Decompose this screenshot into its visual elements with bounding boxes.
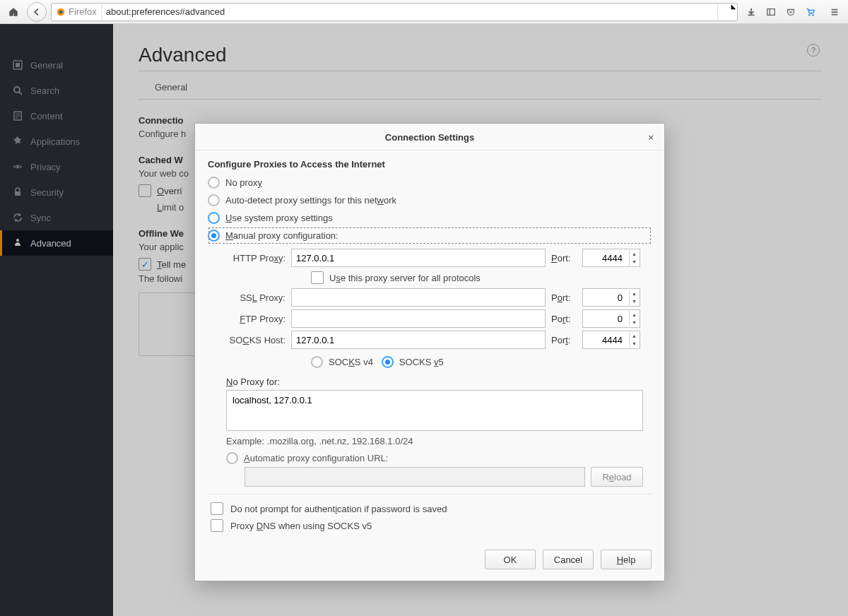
spin-down-icon[interactable]: ▼ (630, 340, 639, 348)
svg-rect-2 (767, 8, 775, 15)
radio-label: Manual proxy configuration: (225, 230, 338, 241)
ssl-proxy-port-input[interactable]: ▲▼ (582, 288, 640, 307)
pac-reload-button: Reload (591, 467, 643, 487)
radio-icon (311, 356, 323, 368)
ftp-proxy-label: FTP Proxy: (226, 314, 285, 324)
radio-no-proxy[interactable]: No proxy (208, 174, 652, 191)
no-proxy-example: Example: .mozilla.org, .net.nz, 192.168.… (226, 436, 652, 446)
socks-host-input[interactable] (291, 331, 546, 349)
radio-icon (208, 212, 220, 224)
pac-url-input (245, 467, 585, 487)
http-proxy-host-input[interactable] (291, 249, 546, 267)
radio-label: Auto-detect proxy settings for this netw… (225, 195, 396, 206)
use-proxy-for-all-checkbox[interactable]: Use this proxy server for all protocols (311, 271, 652, 284)
dialog-title-bar: Connection Settings × (195, 124, 664, 150)
spin-down-icon[interactable]: ▼ (630, 258, 639, 266)
no-proxy-label: No Proxy for: (226, 377, 652, 387)
radio-icon (208, 230, 220, 242)
socks-host-label: SOCKS Host: (226, 335, 285, 345)
no-prompt-label: Do not prompt for authentication if pass… (230, 504, 447, 514)
radio-system[interactable]: Use system proxy settings (208, 209, 652, 227)
dialog-title: Connection Settings (385, 132, 474, 143)
http-proxy-label: HTTP Proxy: (226, 253, 285, 263)
radio-icon (208, 177, 220, 189)
ssl-proxy-host-input[interactable] (291, 288, 546, 307)
checkbox-icon (311, 271, 324, 284)
svg-point-1 (59, 10, 62, 13)
spin-up-icon[interactable]: ▲ (630, 311, 639, 319)
url-bar[interactable]: Firefox about:preferences#advanced (51, 3, 738, 21)
radio-icon (226, 452, 238, 464)
http-proxy-port-input[interactable]: ▲▼ (582, 249, 640, 267)
radio-icon (208, 194, 220, 206)
radio-manual[interactable]: Manual proxy configuration: (208, 227, 652, 244)
cancel-button[interactable]: Cancel (543, 550, 594, 569)
radio-auto-detect[interactable]: Auto-detect proxy settings for this netw… (208, 191, 652, 209)
home-button[interactable] (4, 3, 23, 21)
downloads-button[interactable] (742, 3, 760, 21)
sidebar-button[interactable] (762, 3, 780, 21)
identity-box[interactable]: Firefox (52, 4, 102, 20)
menu-button[interactable] (825, 3, 844, 21)
help-button[interactable]: Help (601, 550, 652, 569)
ok-button[interactable]: OK (485, 550, 536, 569)
radio-socks-v4[interactable]: SOCKS v4 (311, 353, 373, 371)
no-prompt-checkbox[interactable]: Do not prompt for authentication if pass… (208, 500, 652, 517)
back-button[interactable] (27, 2, 47, 22)
port-label: Port: (551, 314, 577, 324)
configure-heading: Configure Proxies to Access the Internet (208, 159, 652, 170)
url-text[interactable]: about:preferences#advanced (102, 6, 717, 17)
use-all-label: Use this proxy server for all protocols (329, 273, 481, 283)
radio-icon (382, 356, 394, 368)
browser-toolbar: Firefox about:preferences#advanced (0, 0, 848, 24)
proxy-dns-checkbox[interactable]: Proxy DNS when using SOCKS v5 (208, 517, 652, 534)
checkbox-icon (211, 502, 223, 515)
radio-label: SOCKS v4 (329, 357, 373, 367)
spin-down-icon[interactable]: ▼ (630, 297, 639, 305)
reload-button[interactable] (717, 4, 737, 20)
ssl-proxy-label: SSL Proxy: (226, 292, 285, 303)
pocket-button[interactable] (782, 3, 800, 21)
port-label: Port: (551, 292, 577, 303)
svg-point-4 (808, 14, 810, 16)
app-body: General Search Content Applications Priv… (0, 24, 848, 616)
spin-up-icon[interactable]: ▲ (630, 290, 639, 297)
radio-pac[interactable]: Automatic proxy configuration URL: (226, 452, 652, 464)
spin-up-icon[interactable]: ▲ (630, 332, 639, 340)
manual-proxy-grid: HTTP Proxy: Port: ▲▼ Use this proxy serv… (226, 249, 652, 371)
spin-down-icon[interactable]: ▼ (630, 319, 639, 326)
firefox-icon (56, 7, 66, 17)
connection-settings-dialog: Connection Settings × Configure Proxies … (194, 123, 665, 581)
close-icon: × (648, 132, 654, 143)
no-proxy-textarea[interactable] (226, 390, 643, 431)
checkbox-icon (211, 519, 223, 532)
svg-point-5 (813, 14, 814, 16)
identity-label: Firefox (69, 6, 97, 17)
ftp-proxy-port-input[interactable]: ▲▼ (582, 309, 640, 328)
port-label: Port: (551, 253, 577, 263)
cart-button[interactable] (801, 3, 820, 21)
ftp-proxy-host-input[interactable] (291, 309, 546, 328)
radio-socks-v5[interactable]: SOCKS v5 (382, 353, 444, 371)
radio-label: No proxy (225, 177, 262, 188)
proxy-dns-label: Proxy DNS when using SOCKS v5 (230, 521, 372, 531)
port-label: Port: (551, 335, 577, 345)
radio-label: Automatic proxy configuration URL: (244, 453, 388, 463)
spin-up-icon[interactable]: ▲ (630, 250, 639, 258)
radio-label: Use system proxy settings (225, 213, 333, 223)
dialog-close-button[interactable]: × (644, 131, 657, 143)
socks-port-input[interactable]: ▲▼ (582, 331, 640, 349)
radio-label: SOCKS v5 (399, 357, 444, 367)
